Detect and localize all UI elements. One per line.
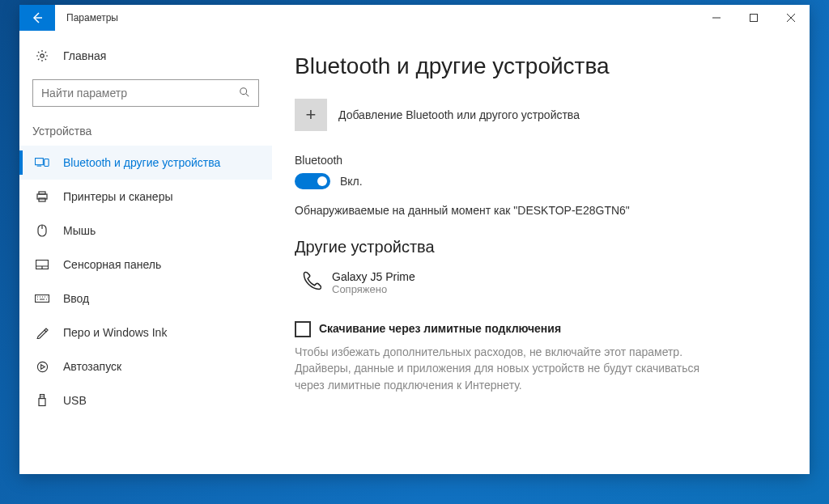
device-status: Сопряжено <box>332 283 415 295</box>
window-title: Параметры <box>55 5 118 31</box>
svg-point-1 <box>40 54 44 57</box>
sidebar-item-label: Мышь <box>63 224 96 237</box>
plus-icon: + <box>295 99 327 131</box>
sidebar-item-usb[interactable]: USB <box>19 383 272 417</box>
sidebar-item-printers[interactable]: Принтеры и сканеры <box>19 180 272 214</box>
maximize-icon <box>750 14 758 22</box>
sidebar: Главная Устройства Bluetooth и другие ус… <box>19 31 272 474</box>
sidebar-item-label: Принтеры и сканеры <box>63 190 172 203</box>
other-devices-heading: Другие устройства <box>295 238 777 256</box>
svg-rect-4 <box>37 166 41 167</box>
maximize-button[interactable] <box>735 5 772 31</box>
pen-icon <box>32 326 52 339</box>
minimize-button[interactable] <box>698 5 735 31</box>
sidebar-item-label: Автозапуск <box>63 360 121 373</box>
sidebar-item-typing[interactable]: Ввод <box>19 282 272 316</box>
devices-icon <box>32 157 52 168</box>
search-input[interactable] <box>41 87 239 100</box>
add-device-button[interactable]: + Добавление Bluetooth или другого устро… <box>295 99 777 131</box>
search-icon <box>239 87 250 100</box>
close-button[interactable] <box>772 5 810 31</box>
bluetooth-toggle-state: Вкл. <box>340 175 363 188</box>
page-heading: Bluetooth и другие устройства <box>295 53 777 79</box>
sidebar-item-touchpad[interactable]: Сенсорная панель <box>19 248 272 282</box>
svg-rect-0 <box>750 15 758 22</box>
arrow-left-icon <box>31 11 44 24</box>
svg-rect-5 <box>45 159 49 167</box>
titlebar: Параметры <box>19 5 810 31</box>
mouse-icon <box>32 224 52 237</box>
keyboard-icon <box>32 294 52 303</box>
printer-icon <box>32 190 52 203</box>
home-label: Главная <box>63 49 106 62</box>
sidebar-item-label: Перо и Windows Ink <box>63 326 167 339</box>
device-name: Galaxy J5 Prime <box>332 270 415 283</box>
sidebar-item-label: Сенсорная панель <box>63 258 161 271</box>
close-icon <box>787 14 795 22</box>
device-item[interactable]: Galaxy J5 Prime Сопряжено <box>295 268 777 297</box>
search-box[interactable] <box>32 79 259 107</box>
back-button[interactable] <box>19 5 55 31</box>
sidebar-item-mouse[interactable]: Мышь <box>19 214 272 248</box>
sidebar-group-label: Устройства <box>19 121 272 146</box>
sidebar-item-label: Bluetooth и другие устройства <box>63 156 220 169</box>
home-link[interactable]: Главная <box>19 39 272 73</box>
usb-icon <box>32 394 52 407</box>
discoverable-text: Обнаруживаемые на данный момент как "DES… <box>295 204 777 217</box>
settings-window: Параметры Главная <box>19 5 810 474</box>
sidebar-item-autoplay[interactable]: Автозапуск <box>19 349 272 383</box>
autoplay-icon <box>32 361 52 373</box>
window-chrome <box>698 5 810 31</box>
sidebar-item-pen[interactable]: Перо и Windows Ink <box>19 316 272 349</box>
svg-point-12 <box>37 362 47 371</box>
phone-icon <box>295 268 324 297</box>
content-pane: Bluetooth и другие устройства + Добавлен… <box>272 31 810 474</box>
add-device-label: Добавление Bluetooth или другого устройс… <box>338 108 580 121</box>
gear-icon <box>32 49 52 62</box>
minimize-icon <box>712 14 721 22</box>
metered-help-text: Чтобы избежать дополнительных расходов, … <box>295 344 716 393</box>
svg-rect-13 <box>40 395 45 399</box>
sidebar-item-label: Ввод <box>63 292 89 305</box>
bluetooth-toggle[interactable] <box>295 173 330 189</box>
metered-download-label: Скачивание через лимитные подключения <box>319 321 561 335</box>
sidebar-item-label: USB <box>63 394 87 407</box>
bluetooth-section-label: Bluetooth <box>295 154 777 167</box>
sidebar-item-bluetooth[interactable]: Bluetooth и другие устройства <box>19 146 272 180</box>
svg-rect-14 <box>39 399 45 406</box>
svg-rect-11 <box>36 295 49 303</box>
svg-point-2 <box>240 87 247 94</box>
touchpad-icon <box>32 260 52 269</box>
svg-rect-3 <box>35 159 43 165</box>
metered-download-checkbox[interactable] <box>295 321 311 337</box>
svg-rect-7 <box>39 192 45 194</box>
